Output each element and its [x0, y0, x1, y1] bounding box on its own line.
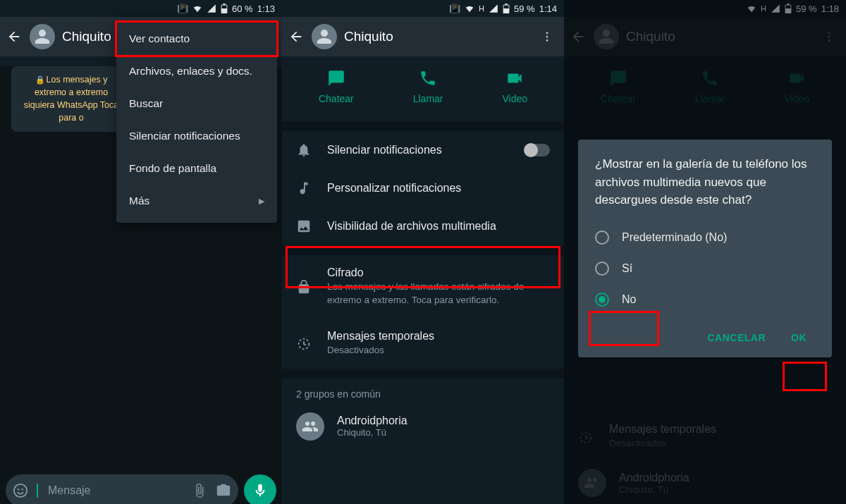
vibrate-icon: 📳	[449, 4, 460, 14]
contact-app-bar: Chiquito	[282, 17, 564, 56]
svg-rect-2	[222, 6, 227, 8]
music-note-icon	[296, 180, 312, 196]
contact-name: Chiquito	[344, 29, 532, 44]
svg-point-5	[22, 488, 23, 490]
overflow-menu: Ver contacto Archivos, enlaces y docs. B…	[116, 17, 277, 223]
menu-more[interactable]: Más▶	[116, 185, 277, 217]
media-visibility-dialog: ¿Mostrar en la galería de tu teléfono lo…	[578, 140, 832, 357]
group-row[interactable]: Androidphoria Chiquito, Tú	[282, 405, 564, 448]
svg-point-10	[546, 36, 548, 38]
camera-icon[interactable]	[216, 483, 231, 498]
action-call[interactable]: Llamar	[413, 69, 443, 104]
setting-mute[interactable]: Silenciar notificaciones	[282, 131, 564, 169]
setting-disappearing[interactable]: Mensajes temporales Desactivados	[282, 319, 564, 369]
settings-section: Silenciar notificaciones Personalizar no…	[282, 131, 564, 245]
action-row: Chatear Llamar Video	[282, 56, 564, 121]
svg-point-3	[14, 484, 27, 497]
voice-button[interactable]	[244, 474, 276, 504]
cancel-button[interactable]: CANCELAR	[699, 326, 774, 349]
attach-icon[interactable]	[192, 483, 207, 498]
setting-media-visibility[interactable]: Visibilidad de archivos multimedia	[282, 207, 564, 245]
emoji-icon[interactable]	[13, 483, 28, 498]
svg-rect-7	[505, 4, 508, 5]
input-bar: Mensaje	[6, 474, 276, 504]
screen-dialog: H 59 % 1:18 Chiquito Chatear Llamar Vide…	[564, 0, 846, 504]
ok-button[interactable]: OK	[783, 326, 815, 349]
setting-custom-notif[interactable]: Personalizar notificaciones	[282, 169, 564, 207]
image-icon	[296, 219, 312, 234]
svg-point-4	[18, 488, 19, 490]
signal-icon	[489, 4, 498, 13]
back-button[interactable]	[288, 28, 305, 45]
bell-icon	[296, 142, 312, 158]
lock-icon	[296, 279, 312, 295]
radio-icon	[595, 262, 609, 276]
text-cursor	[37, 484, 38, 498]
screen-contact-info: 📳 H 59 % 1:14 Chiquito Chatear Llamar Vi…	[282, 0, 564, 504]
signal-icon	[207, 4, 216, 13]
encryption-notice[interactable]: 🔒Los mensajes y extremo a extremo siquie…	[11, 66, 131, 132]
screen-chat: 📳 60 % 1:13 Chiquito 🔒Los mensajes y ext…	[0, 0, 282, 504]
battery-text: 59 %	[514, 4, 535, 14]
clock-text: 1:14	[539, 4, 557, 14]
radio-yes[interactable]: Sí	[595, 253, 815, 284]
clock-text: 1:13	[257, 4, 275, 14]
avatar[interactable]	[30, 24, 55, 49]
setting-encryption[interactable]: Cifrado Los mensajes y las llamadas está…	[282, 255, 564, 319]
dialog-title: ¿Mostrar en la galería de tu teléfono lo…	[595, 155, 815, 209]
vibrate-icon: 📳	[177, 4, 188, 14]
wifi-icon	[465, 4, 474, 13]
dialog-actions: CANCELAR OK	[595, 326, 815, 349]
timer-icon	[296, 336, 312, 351]
status-bar: 📳 H 59 % 1:14	[282, 0, 564, 17]
radio-no[interactable]: No	[595, 284, 815, 315]
svg-rect-8	[504, 6, 509, 8]
group-avatar	[296, 412, 324, 441]
svg-point-9	[546, 32, 548, 34]
status-bar: 📳 60 % 1:13	[0, 0, 282, 17]
avatar[interactable]	[312, 24, 337, 49]
more-button[interactable]	[539, 28, 556, 45]
menu-view-contact[interactable]: Ver contacto	[116, 23, 277, 55]
menu-mute[interactable]: Silenciar notificaciones	[116, 120, 277, 152]
battery-icon	[503, 4, 510, 13]
svg-point-11	[546, 39, 548, 42]
battery-icon	[221, 4, 228, 13]
wifi-icon	[192, 4, 202, 13]
action-video[interactable]: Video	[502, 69, 527, 104]
menu-media-links-docs[interactable]: Archivos, enlaces y docs.	[116, 55, 277, 87]
input-placeholder: Mensaje	[48, 484, 183, 497]
battery-text: 60 %	[232, 4, 253, 14]
chevron-right-icon: ▶	[259, 197, 264, 206]
radio-default[interactable]: Predeterminado (No)	[595, 222, 815, 253]
svg-rect-1	[223, 4, 226, 5]
mute-toggle[interactable]	[525, 144, 550, 156]
menu-search[interactable]: Buscar	[116, 87, 277, 120]
radio-icon-selected	[595, 293, 609, 307]
network-type: H	[479, 4, 484, 13]
message-input[interactable]: Mensaje	[6, 474, 238, 504]
menu-wallpaper[interactable]: Fondo de pantalla	[116, 152, 277, 185]
back-button[interactable]	[6, 28, 23, 45]
groups-header: 2 grupos en común	[282, 379, 564, 405]
radio-icon	[595, 231, 609, 245]
lock-icon: 🔒	[35, 75, 45, 84]
action-chat[interactable]: Chatear	[319, 69, 354, 104]
